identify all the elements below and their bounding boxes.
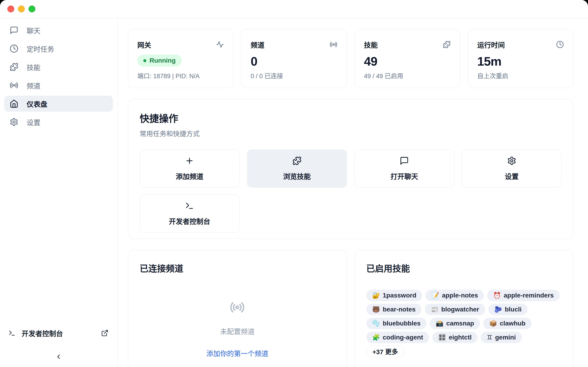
quick-action-label: 设置 [505, 171, 519, 181]
chevron-left-icon [55, 353, 62, 360]
skill-name: bear-notes [383, 306, 415, 313]
skill-name: gemini [495, 334, 516, 341]
stat-card-gateway: 网关 Running 端口: 18789 | PID: N/A [128, 29, 233, 88]
connected-channels-title: 已连接频道 [140, 261, 335, 274]
more-skills-chip[interactable]: +37 更多 [366, 346, 404, 357]
collapse-sidebar-button[interactable] [4, 353, 113, 360]
stat-detail: 0 / 0 已连接 [251, 71, 337, 80]
stat-title: 技能 [364, 40, 378, 50]
bottom-row: 已连接频道 未配置频道 添加你的第一个频道 已启用技能 🔐 1password [128, 250, 573, 367]
skill-chip[interactable]: 📝 apple-notes [425, 290, 484, 301]
skill-name: 1password [383, 292, 416, 299]
quick-action-button[interactable]: 开发者控制台 [140, 194, 240, 233]
activity-icon [216, 41, 224, 48]
skill-chip[interactable]: 🎛️ eightctl [432, 332, 477, 343]
stat-detail: 端口: 18789 | PID: N/A [137, 71, 224, 80]
add-first-channel-link[interactable]: 添加你的第一个频道 [206, 348, 268, 358]
quick-action-button[interactable]: 浏览技能 [247, 150, 347, 188]
skills-chip-list: 🔐 1password 📝 apple-notes ⏰ appl [366, 290, 562, 357]
sidebar-item-icon [10, 99, 18, 108]
sidebar: 聊天 定时任务 技能 频道 [0, 18, 118, 367]
quick-action-icon [292, 156, 302, 165]
skill-chip[interactable]: 🔐 1password [366, 290, 422, 301]
sidebar-item[interactable]: 频道 [4, 77, 113, 93]
skill-chip[interactable]: 📰 blogwatcher [425, 304, 485, 315]
channels-empty-text: 未配置频道 [220, 326, 254, 336]
sidebar-item-label: 设置 [27, 117, 40, 127]
skill-emoji-icon: 📝 [431, 292, 439, 299]
stats-row: 网关 Running 端口: 18789 | PID: N/A 频道 0 [128, 29, 573, 88]
quick-actions-subtitle: 常用任务和快捷方式 [140, 128, 562, 138]
stat-card-uptime: 运行时间 15m 自上次重启 [468, 29, 573, 88]
quick-action-button[interactable]: 添加频道 [140, 150, 240, 188]
puzzle-icon [443, 41, 451, 48]
skill-emoji-icon: 🫐 [494, 306, 502, 313]
status-badge-label: Running [149, 57, 176, 64]
quick-actions-title: 快捷操作 [140, 111, 562, 125]
main-content: 网关 Running 端口: 18789 | PID: N/A 频道 0 [118, 18, 588, 367]
quick-action-icon [507, 156, 516, 165]
stat-title: 运行时间 [477, 40, 505, 50]
quick-action-icon [400, 156, 409, 165]
quick-action-button[interactable]: 设置 [462, 150, 562, 188]
skill-chip[interactable]: 🧩 coding-agent [366, 332, 429, 343]
sidebar-item[interactable]: 聊天 [4, 22, 113, 38]
skill-emoji-icon: 📰 [431, 306, 439, 313]
sidebar-item[interactable]: 定时任务 [4, 41, 113, 57]
quick-action-icon [185, 156, 194, 165]
external-link-icon[interactable] [101, 329, 108, 337]
dev-console-row[interactable]: 开发者控制台 [4, 328, 113, 338]
skill-name: coding-agent [383, 334, 423, 341]
skill-name: bluebubbles [383, 320, 421, 327]
clock-icon [556, 41, 564, 48]
app-window: 聊天 定时任务 技能 频道 [0, 0, 588, 367]
titlebar [0, 0, 588, 18]
status-dot-icon [143, 59, 146, 62]
skill-chip[interactable]: 📦 clawhub [483, 318, 531, 329]
skill-name: apple-notes [442, 292, 478, 299]
sidebar-item-icon [10, 26, 18, 35]
sidebar-item-label: 聊天 [27, 25, 40, 35]
sidebar-item-label: 技能 [27, 62, 40, 72]
skill-chip[interactable]: 🫧 bluebubbles [366, 318, 427, 329]
skill-chip[interactable]: ⏰ apple-reminders [487, 290, 560, 301]
close-button[interactable] [7, 6, 14, 12]
quick-action-button[interactable]: 打开聊天 [355, 150, 454, 188]
sidebar-item-label: 仪表盘 [27, 99, 47, 109]
skill-name: blogwatcher [441, 306, 479, 313]
sidebar-item[interactable]: 技能 [4, 59, 113, 75]
quick-actions-grid: 添加频道 浏览技能 打开聊天 [140, 150, 562, 233]
minimize-button[interactable] [18, 6, 25, 12]
sidebar-item[interactable]: 设置 [4, 114, 113, 130]
sidebar-item-icon [10, 81, 18, 90]
skill-emoji-icon: 🐻 [372, 306, 380, 313]
sidebar-item[interactable]: 仪表盘 [4, 96, 113, 112]
skill-chip[interactable]: 🫐 blucli [488, 304, 527, 315]
stat-card-channels: 频道 0 0 / 0 已连接 [241, 29, 346, 88]
sidebar-footer: 开发者控制台 [4, 328, 113, 364]
sidebar-nav: 聊天 定时任务 技能 频道 [4, 22, 113, 132]
status-badge: Running [137, 55, 182, 67]
skill-name: blucli [505, 306, 522, 313]
stat-title: 网关 [137, 40, 151, 50]
connected-channels-card: 已连接频道 未配置频道 添加你的第一个频道 [128, 250, 347, 367]
skill-name: clawhub [500, 320, 526, 327]
skill-chip[interactable]: ♊ gemini [481, 332, 522, 343]
skill-emoji-icon: 🫧 [372, 320, 380, 327]
skill-emoji-icon: 🔐 [372, 292, 380, 299]
enabled-skills-card: 已启用技能 🔐 1password 📝 apple-notes [355, 250, 573, 367]
skill-chip[interactable]: 🐻 bear-notes [366, 304, 422, 315]
stat-card-skills: 技能 49 49 / 49 已启用 [355, 29, 460, 88]
quick-actions-card: 快捷操作 常用任务和快捷方式 添加频道 浏览技能 [128, 99, 573, 239]
radio-icon [230, 300, 245, 315]
quick-action-label: 打开聊天 [390, 171, 418, 181]
skill-emoji-icon: ♊ [487, 334, 492, 341]
radio-icon [330, 41, 337, 48]
skill-chip[interactable]: 📸 camsnap [430, 318, 480, 329]
skill-emoji-icon: ⏰ [493, 292, 501, 299]
sidebar-item-icon [10, 44, 18, 53]
skill-emoji-icon: 📸 [436, 320, 443, 327]
quick-action-label: 添加频道 [176, 171, 203, 181]
skill-emoji-icon: 🎛️ [438, 334, 446, 341]
zoom-button[interactable] [28, 6, 35, 12]
